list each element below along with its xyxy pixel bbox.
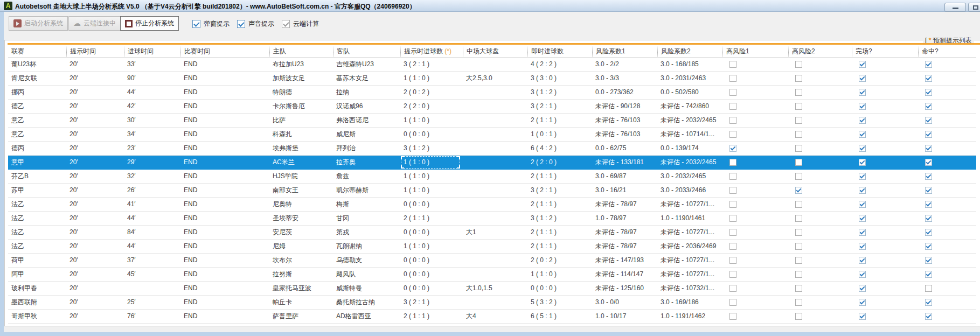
cell-high-risk2-checkbox[interactable] xyxy=(788,226,852,239)
cell-high-risk2-checkbox[interactable] xyxy=(788,310,852,323)
high-risk1-checkbox[interactable] xyxy=(729,271,736,278)
high-risk2-checkbox[interactable] xyxy=(795,89,802,96)
high-risk1-checkbox[interactable] xyxy=(729,159,736,166)
cell-high-risk1-checkbox[interactable] xyxy=(722,128,788,141)
table-row[interactable]: 苏甲20′26′END南部女王凯尔蒂赫斯1 ( 1 : 0 )3 ( 2 : 1… xyxy=(8,184,976,198)
high-risk2-checkbox[interactable] xyxy=(795,313,802,320)
column-header-goal-time[interactable]: 进球时间 xyxy=(124,46,180,57)
high-risk2-checkbox[interactable] xyxy=(795,243,802,250)
cell-finished-checkbox[interactable] xyxy=(852,128,918,141)
stop-analysis-button[interactable]: 停止分析系统 xyxy=(120,16,179,31)
high-risk1-checkbox[interactable] xyxy=(729,299,736,306)
hit-checkbox[interactable] xyxy=(925,61,932,68)
finished-checkbox[interactable] xyxy=(859,61,866,68)
sound-alert-checkbox[interactable]: 声音提示 xyxy=(237,19,274,29)
cell-finished-checkbox[interactable] xyxy=(852,184,918,197)
table-row[interactable]: 挪丙20′44′END特朗德拉纳2 ( 0 : 2 )3 ( 1 : 2 )0.… xyxy=(8,86,976,100)
high-risk2-checkbox[interactable] xyxy=(795,229,802,236)
hit-checkbox[interactable] xyxy=(925,215,932,222)
high-risk2-checkbox[interactable] xyxy=(795,159,802,166)
finished-checkbox[interactable] xyxy=(859,89,866,96)
cell-high-risk1-checkbox[interactable] xyxy=(722,282,788,295)
column-header-home[interactable]: 主队 xyxy=(269,46,333,57)
cell-high-risk2-checkbox[interactable] xyxy=(788,170,852,183)
high-risk1-checkbox[interactable] xyxy=(729,201,736,208)
cell-finished-checkbox[interactable] xyxy=(852,100,918,113)
finished-checkbox[interactable] xyxy=(859,159,866,166)
high-risk2-checkbox[interactable] xyxy=(795,285,802,292)
table-row[interactable]: 德丙20′23′END埃弗斯堡拜列治3 ( 1 : 2 )6 ( 4 : 2 )… xyxy=(8,142,976,156)
column-header-league[interactable]: 联赛 xyxy=(8,46,66,57)
cell-high-risk1-checkbox[interactable] xyxy=(722,58,788,71)
finished-checkbox[interactable] xyxy=(859,201,866,208)
hit-checkbox[interactable] xyxy=(925,243,932,250)
high-risk2-checkbox[interactable] xyxy=(795,117,802,124)
finished-checkbox[interactable] xyxy=(859,75,866,82)
cell-finished-checkbox[interactable] xyxy=(852,268,918,281)
high-risk2-checkbox[interactable] xyxy=(795,103,802,110)
cell-finished-checkbox[interactable] xyxy=(852,212,918,225)
cell-high-risk1-checkbox[interactable] xyxy=(722,198,788,211)
cell-hit-checkbox[interactable] xyxy=(918,142,980,155)
column-header-goals-at-hint[interactable]: 提示时进球数 (*) xyxy=(400,46,463,57)
high-risk2-checkbox[interactable] xyxy=(795,75,802,82)
high-risk1-checkbox[interactable] xyxy=(729,257,736,264)
high-risk2-checkbox[interactable] xyxy=(795,201,802,208)
cell-high-risk1-checkbox[interactable] xyxy=(722,100,788,113)
cell-finished-checkbox[interactable] xyxy=(852,282,918,295)
column-header-match-time[interactable]: 比赛时间 xyxy=(180,46,269,57)
high-risk1-checkbox[interactable] xyxy=(729,215,736,222)
column-header-risk2[interactable]: 风险系数2 xyxy=(657,46,722,57)
cell-hit-checkbox[interactable] xyxy=(918,114,980,127)
cell-hit-checkbox[interactable] xyxy=(918,156,980,169)
finished-checkbox[interactable] xyxy=(859,187,866,194)
hit-checkbox[interactable] xyxy=(925,299,932,306)
high-risk1-checkbox[interactable] xyxy=(729,145,736,152)
high-risk2-checkbox[interactable] xyxy=(795,131,802,138)
cell-finished-checkbox[interactable] xyxy=(852,114,918,127)
cell-high-risk1-checkbox[interactable] xyxy=(722,142,788,155)
cell-hit-checkbox[interactable] xyxy=(918,226,980,239)
cell-high-risk1-checkbox[interactable] xyxy=(722,184,788,197)
finished-checkbox[interactable] xyxy=(859,229,866,236)
cell-high-risk2-checkbox[interactable] xyxy=(788,296,852,309)
finished-checkbox[interactable] xyxy=(859,103,866,110)
cell-finished-checkbox[interactable] xyxy=(852,310,918,323)
high-risk1-checkbox[interactable] xyxy=(729,229,736,236)
cell-high-risk2-checkbox[interactable] xyxy=(788,198,852,211)
high-risk2-checkbox[interactable] xyxy=(795,257,802,264)
high-risk2-checkbox[interactable] xyxy=(795,145,802,152)
column-header-goals-live[interactable]: 即时进球数 xyxy=(527,46,592,57)
finished-checkbox[interactable] xyxy=(859,117,866,124)
maximize-button[interactable] xyxy=(968,3,980,12)
finished-checkbox[interactable] xyxy=(859,131,866,138)
cell-high-risk1-checkbox[interactable] xyxy=(722,86,788,99)
finished-checkbox[interactable] xyxy=(859,285,866,292)
high-risk2-checkbox[interactable] xyxy=(795,61,802,68)
table-row[interactable]: 玻利甲春20′END皇家托马亚波威斯特曼0 ( 0 : 0 )大1.0,1.50… xyxy=(8,282,976,296)
finished-checkbox[interactable] xyxy=(859,271,866,278)
hit-checkbox[interactable] xyxy=(925,313,932,320)
cell-hit-checkbox[interactable] xyxy=(918,240,980,253)
column-header-ht-over-line[interactable]: 中场大球盘 xyxy=(463,46,527,57)
high-risk1-checkbox[interactable] xyxy=(729,131,736,138)
cell-high-risk2-checkbox[interactable] xyxy=(788,254,852,267)
cell-finished-checkbox[interactable] xyxy=(852,226,918,239)
cell-high-risk1-checkbox[interactable] xyxy=(722,226,788,239)
cell-high-risk2-checkbox[interactable] xyxy=(788,156,852,169)
table-row[interactable]: 荷甲20′37′END坎布尔乌德勒支0 ( 0 : 0 )2 ( 0 : 2 )… xyxy=(8,254,976,268)
high-risk1-checkbox[interactable] xyxy=(729,313,736,320)
column-header-away[interactable]: 客队 xyxy=(333,46,400,57)
table-row[interactable]: 意乙20′34′END科森扎威尼斯0 ( 0 : 0 )1 ( 0 : 1 )未… xyxy=(8,128,976,142)
high-risk1-checkbox[interactable] xyxy=(729,103,736,110)
hit-checkbox[interactable] xyxy=(925,89,932,96)
table-row[interactable]: 法乙20′84′END安尼茨第戎0 ( 0 : 0 )大12 ( 1 : 1 )… xyxy=(8,226,976,240)
hit-checkbox[interactable] xyxy=(925,103,932,110)
cell-high-risk1-checkbox[interactable] xyxy=(722,114,788,127)
cell-hit-checkbox[interactable] xyxy=(918,198,980,211)
cell-high-risk1-checkbox[interactable] xyxy=(722,254,788,267)
cell-high-risk2-checkbox[interactable] xyxy=(788,184,852,197)
hit-checkbox[interactable] xyxy=(925,145,932,152)
high-risk1-checkbox[interactable] xyxy=(729,117,736,124)
cell-hit-checkbox[interactable] xyxy=(918,100,980,113)
